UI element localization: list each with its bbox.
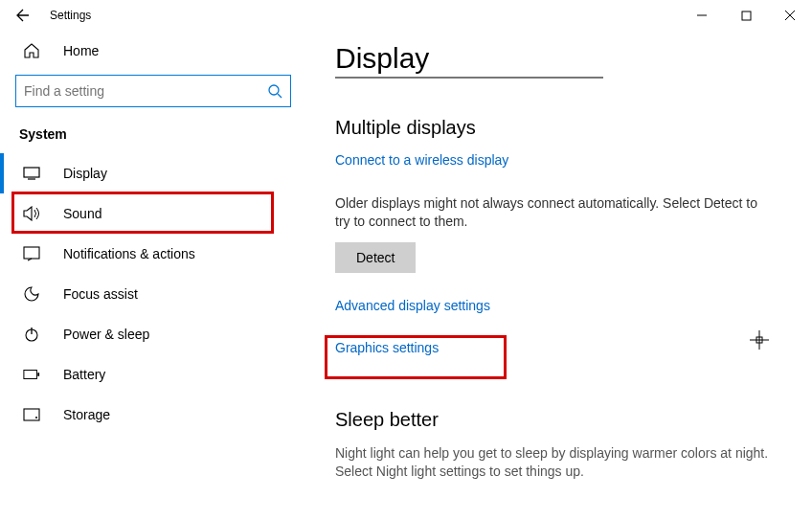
sleep-better-heading: Sleep better	[335, 409, 774, 431]
graphics-settings-link[interactable]: Graphics settings	[335, 340, 439, 355]
content-pane: Display Multiple displays Connect to a w…	[306, 31, 812, 520]
sidebar-item-display[interactable]: Display	[0, 153, 306, 193]
svg-rect-0	[742, 11, 751, 20]
svg-rect-3	[24, 247, 39, 259]
sidebar-item-label: Display	[63, 166, 107, 181]
notifications-icon	[23, 245, 40, 262]
multiple-displays-heading: Multiple displays	[335, 117, 774, 139]
focus-assist-icon	[23, 285, 40, 303]
sidebar-item-label: Sound	[63, 206, 102, 221]
back-button[interactable]	[8, 0, 38, 31]
home-icon	[23, 42, 40, 59]
minimize-button[interactable]	[680, 0, 724, 31]
sidebar-item-notifications[interactable]: Notifications & actions	[0, 234, 306, 274]
close-button[interactable]	[768, 0, 812, 31]
sidebar: Home System Display	[0, 31, 306, 520]
title-underline	[335, 77, 603, 79]
sidebar-item-label: Focus assist	[63, 286, 138, 302]
close-icon	[784, 10, 796, 21]
sidebar-group-label: System	[0, 119, 306, 153]
search-input[interactable]	[24, 83, 267, 99]
svg-rect-5	[24, 371, 37, 379]
sidebar-item-label: Storage	[63, 407, 110, 422]
battery-icon	[23, 366, 40, 383]
sidebar-item-sound[interactable]: Sound	[0, 193, 306, 234]
titlebar: Settings	[0, 0, 812, 31]
sidebar-item-label: Power & sleep	[63, 327, 149, 342]
sidebar-item-storage[interactable]: Storage	[0, 395, 306, 435]
storage-icon	[23, 406, 40, 423]
maximize-button[interactable]	[724, 0, 768, 31]
power-icon	[23, 326, 40, 343]
sidebar-item-battery[interactable]: Battery	[0, 354, 306, 395]
detect-note: Older displays might not always connect …	[335, 194, 774, 231]
search-icon	[267, 83, 282, 99]
window-title: Settings	[50, 9, 91, 22]
detect-button[interactable]: Detect	[335, 242, 416, 273]
sidebar-item-focus-assist[interactable]: Focus assist	[0, 274, 306, 314]
maximize-icon	[741, 11, 752, 21]
svg-rect-7	[24, 409, 39, 420]
svg-rect-6	[37, 373, 39, 376]
wireless-display-link[interactable]: Connect to a wireless display	[335, 152, 508, 168]
svg-point-1	[269, 85, 279, 95]
sound-icon	[23, 205, 40, 222]
search-box[interactable]	[15, 75, 291, 107]
display-icon	[23, 165, 40, 182]
sidebar-item-power-sleep[interactable]: Power & sleep	[0, 314, 306, 354]
advanced-display-link[interactable]: Advanced display settings	[335, 298, 490, 313]
minimize-icon	[696, 10, 708, 21]
svg-rect-2	[24, 168, 39, 177]
sleep-note: Night light can help you get to sleep by…	[335, 444, 774, 481]
arrow-left-icon	[15, 8, 31, 23]
sidebar-item-label: Battery	[63, 367, 105, 382]
sidebar-item-label: Notifications & actions	[63, 246, 195, 261]
sidebar-home[interactable]: Home	[0, 31, 306, 71]
sidebar-home-label: Home	[63, 43, 99, 58]
svg-point-8	[35, 417, 37, 418]
page-title: Display	[335, 42, 774, 75]
